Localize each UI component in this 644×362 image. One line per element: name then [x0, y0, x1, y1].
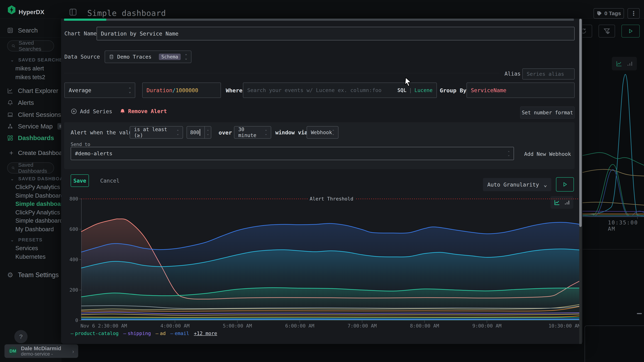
svg-text:600: 600	[70, 226, 78, 232]
add-new-webhook-button[interactable]: Add New Webhook	[524, 151, 571, 157]
legend-item[interactable]: —product-catalog	[71, 331, 118, 336]
sql-toggle[interactable]: SQL	[397, 87, 406, 93]
chart-name-value: Duration by Service Name	[101, 30, 178, 37]
duration-chart: 0200400600800Alert ThresholdNov 6 2:30:0…	[64, 194, 580, 330]
legend-swatch: —	[156, 331, 158, 336]
data-source-select[interactable]: Demo Traces Schema ⌃⌄	[105, 51, 192, 63]
send-to-value: #demo-alerts	[75, 151, 112, 157]
lucene-toggle[interactable]: Lucene	[414, 87, 432, 93]
chevron-up-down-icon: ⌃⌄	[332, 130, 334, 135]
dashboard-item[interactable]: My Dashboard	[16, 226, 54, 233]
saved-searches-section[interactable]: ⌄ SAVED SEARCHES	[10, 57, 66, 63]
pipe-divider: |	[409, 87, 412, 93]
cancel-button[interactable]: Cancel	[100, 178, 120, 184]
chart-legend: —product-catalog —shipping —ad —email +1…	[71, 331, 217, 336]
send-to-label: Send to	[71, 142, 90, 147]
dashboard-item[interactable]: ClickPy Analytics	[16, 209, 60, 216]
legend-item[interactable]: —email	[170, 331, 189, 336]
section-label: PRESETS	[18, 237, 42, 243]
query-language-toggle[interactable]: SQL | Lucene	[397, 87, 432, 93]
set-number-format-button[interactable]: Set number format	[520, 107, 574, 119]
dashboard-item[interactable]: Simple dashboard	[16, 217, 63, 224]
alert-condition-select[interactable]: is at least (≥) ⌃⌄	[130, 126, 183, 139]
alias-placeholder: Series alias	[527, 71, 564, 77]
create-dashboard-button[interactable]: + Create Dashboard	[9, 149, 68, 157]
help-button[interactable]: ?	[14, 330, 28, 343]
alias-input[interactable]: Series alias	[522, 68, 574, 79]
sidebar-item-dashboards[interactable]: Dashboards	[7, 134, 54, 142]
sidebar-item-team-settings[interactable]: ⚙ Team Settings	[7, 271, 59, 279]
presets-section[interactable]: ⌄ PRESETS	[10, 237, 42, 243]
alert-threshold-input[interactable]: 800 ⌃⌄	[186, 126, 211, 139]
legend-item[interactable]: —ad	[156, 331, 166, 336]
hierarchy-icon	[7, 123, 13, 129]
saved-search-item[interactable]: mikes tets2	[16, 74, 45, 81]
remove-alert-button[interactable]: Remove Alert	[120, 108, 167, 114]
saved-dashboards-placeholder: Saved Dashboards	[18, 162, 50, 174]
run-query-button[interactable]	[622, 25, 640, 37]
alert-channel-select[interactable]: Webhook ⌃⌄	[306, 126, 338, 139]
dashboard-grid-icon	[7, 135, 13, 141]
sidebar-item-alerts[interactable]: Alerts	[7, 99, 34, 106]
field-expression-input[interactable]: Duration/1000000	[142, 83, 221, 98]
sidebar-toggle-icon[interactable]	[68, 7, 78, 17]
dashboard-item[interactable]: Simple Dashboard	[16, 192, 64, 199]
svg-text:8:00:00 AM: 8:00:00 AM	[410, 323, 439, 329]
svg-text:400: 400	[70, 257, 78, 262]
alert-threshold-value: 800	[190, 130, 199, 135]
alert-condition-value: is at least (≥)	[134, 127, 177, 138]
dashboard-item[interactable]: ClickPy Analytics	[16, 184, 60, 190]
user-menu[interactable]: DM Dale McDiarmid demo-service - ›	[4, 344, 78, 358]
svg-text:9:00:00 AM: 9:00:00 AM	[472, 323, 502, 329]
alert-window-select[interactable]: 30 minute ⌃⌄	[234, 126, 271, 139]
background-panel-corner	[584, 326, 644, 362]
sidebar-item-chart-explorer[interactable]: Chart Explorer	[7, 87, 58, 94]
sidebar-item-label: Client Sessions	[18, 111, 61, 118]
run-chart-button[interactable]	[556, 177, 574, 191]
chart-name-label: Chart Name	[64, 30, 97, 37]
chevron-down-icon: ⌄	[10, 237, 14, 242]
legend-item[interactable]: —shipping	[123, 331, 151, 336]
chart-name-input[interactable]: Duration by Service Name	[96, 27, 574, 40]
search-icon	[12, 166, 15, 171]
sidebar-item-client-sessions[interactable]: Client Sessions	[7, 111, 61, 118]
save-button[interactable]: Save	[71, 175, 89, 187]
remove-alert-label: Remove Alert	[128, 108, 167, 114]
sidebar-item-label: Search	[18, 27, 38, 34]
expr-slash: /	[172, 87, 176, 93]
number-stepper[interactable]: ⌃⌄	[204, 127, 211, 138]
data-source-value: Demo Traces	[117, 54, 152, 60]
legend-swatch: —	[170, 331, 173, 336]
alert-over-label: over	[218, 129, 232, 136]
alert-window-value: 30 minute	[238, 127, 265, 138]
aggregation-select[interactable]: Average ⌃⌄	[64, 83, 135, 98]
filter-button[interactable]	[598, 25, 615, 37]
add-series-button[interactable]: Add Series	[71, 108, 112, 115]
send-to-select[interactable]: #demo-alerts ⌃⌄	[71, 147, 514, 160]
svg-text:800: 800	[70, 196, 78, 201]
where-label: Where	[226, 87, 242, 94]
legend-more-button[interactable]: +12 more	[194, 331, 217, 336]
chevron-up-down-icon: ⌃⌄	[508, 151, 510, 156]
section-label: SAVED SEARCHES	[18, 57, 66, 63]
saved-searches-input[interactable]: Saved Searches	[7, 40, 54, 51]
sidebar-item-search[interactable]: Search	[7, 27, 38, 34]
resize-handle[interactable]	[637, 313, 642, 314]
tags-button[interactable]: 0 Tags	[594, 8, 624, 18]
hyperdx-logo-icon	[8, 5, 16, 14]
top-bar: HyperDX Simple dashboard 0 Tags ⋮	[0, 0, 644, 19]
dashboard-item-active[interactable]: Simple dashboard	[16, 200, 66, 207]
mouse-cursor	[404, 77, 412, 86]
group-by-input[interactable]: ServiceName	[466, 83, 574, 98]
page-title: Simple dashboard	[87, 8, 166, 18]
svg-text:10:30:00 AM: 10:30:00 AM	[548, 323, 580, 329]
modal-scrollbar-thumb[interactable]	[579, 19, 582, 227]
saved-search-item[interactable]: mikes alert	[16, 65, 44, 72]
saved-dashboards-input[interactable]: Saved Dashboards	[7, 163, 54, 174]
preset-item[interactable]: Services	[16, 245, 38, 252]
preset-item[interactable]: Kubernetes	[16, 253, 46, 260]
granularity-value: Auto Granularity	[487, 181, 539, 188]
svg-text:4:00:00 AM: 4:00:00 AM	[160, 323, 190, 329]
kebab-menu-button[interactable]: ⋮	[628, 8, 640, 18]
granularity-select[interactable]: Auto Granularity ⌄	[483, 178, 551, 191]
